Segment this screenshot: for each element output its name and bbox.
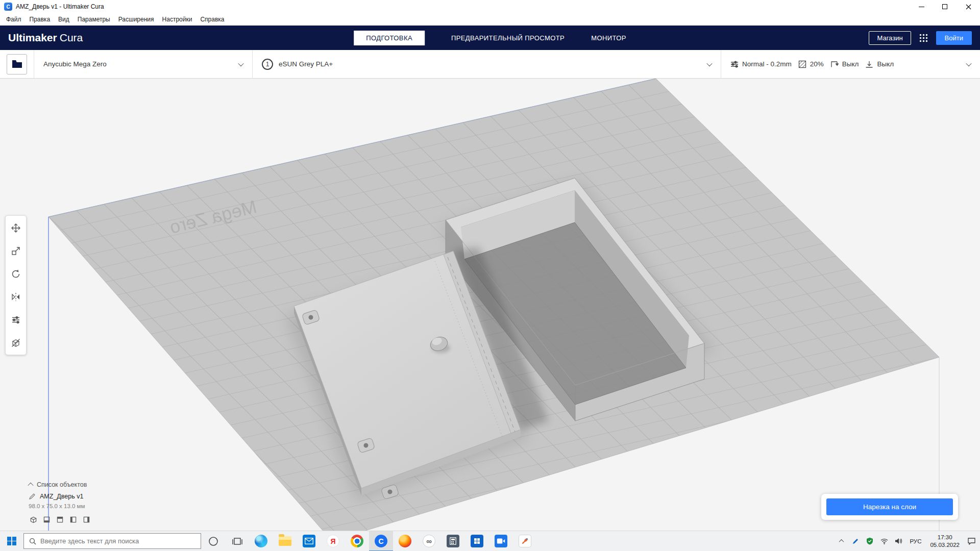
object-list-label: Список объектов (37, 481, 87, 488)
menu-parameters[interactable]: Параметры (74, 16, 114, 23)
infinity-icon: ∞ (423, 535, 435, 547)
taskbar-icon-mail[interactable] (297, 531, 321, 551)
view-front-button[interactable] (42, 515, 52, 524)
wifi-icon (880, 538, 888, 544)
notification-icon (968, 538, 975, 545)
printer-name: Anycubic Mega Zero (43, 60, 107, 68)
clock-date: 05.03.2022 (930, 541, 960, 549)
paint-icon (519, 535, 531, 547)
taskbar-icon-firefox[interactable] (393, 531, 417, 551)
build-plate-scene: Mega Zero (0, 79, 980, 531)
rotate-icon (11, 269, 21, 279)
view-top-icon (56, 515, 64, 524)
close-button[interactable] (957, 0, 980, 13)
mirror-tool-button[interactable] (6, 285, 26, 308)
taskbar-icon-cura[interactable]: C (369, 531, 393, 551)
chrome-icon (351, 535, 363, 547)
search-icon (29, 538, 36, 545)
infill-item: 20% (798, 60, 824, 68)
mirror-icon (11, 292, 21, 302)
taskbar-icon-camera[interactable] (489, 531, 513, 551)
menu-help[interactable]: Справка (196, 16, 228, 23)
view-top-button[interactable] (55, 515, 65, 524)
taskbar-icon-store[interactable] (465, 531, 489, 551)
menu-edit[interactable]: Правка (26, 16, 55, 23)
tab-monitor[interactable]: МОНИТОР (591, 34, 626, 42)
tab-preview[interactable]: ПРЕДВАРИТЕЛЬНЫЙ ПРОСМОТР (451, 34, 565, 42)
print-settings-selector[interactable]: Normal - 0.2mm 20% Выкл Выкл (721, 50, 980, 78)
taskbar-icon-calculator[interactable] (441, 531, 465, 551)
slice-button[interactable]: Нарезка на слои (826, 498, 953, 515)
maximize-button[interactable] (933, 0, 957, 13)
profile-label: Normal - 0.2mm (742, 60, 792, 68)
apps-grid-icon[interactable] (919, 34, 928, 42)
scale-icon (11, 246, 21, 256)
object-list-header[interactable]: Список объектов (29, 481, 91, 488)
menu-view[interactable]: Вид (54, 16, 74, 23)
material-name: eSUN Grey PLA+ (279, 60, 333, 68)
shield-icon (866, 537, 873, 545)
view-3d-button[interactable] (29, 515, 38, 524)
cortana-icon (208, 536, 219, 547)
minimize-button[interactable] (910, 0, 933, 13)
tray-security[interactable] (863, 531, 876, 551)
search-input[interactable] (40, 537, 195, 545)
view-front-icon (42, 515, 51, 524)
menubar: Файл Правка Вид Параметры Расширения Нас… (0, 13, 980, 26)
start-button[interactable] (0, 531, 23, 551)
tray-pen[interactable] (849, 531, 862, 551)
taskbar-icon-explorer[interactable] (273, 531, 297, 551)
chevron-down-icon (238, 60, 243, 66)
tray-network[interactable] (877, 531, 891, 551)
support-blocker-button[interactable] (6, 331, 26, 354)
profile-item: Normal - 0.2mm (730, 60, 792, 68)
tool-palette (5, 215, 27, 355)
pencil-icon (29, 493, 36, 500)
windows-logo-icon (7, 537, 16, 546)
language-indicator[interactable]: РУС (906, 538, 925, 544)
maximize-icon (942, 4, 947, 9)
infill-value: 20% (810, 60, 824, 68)
rotate-tool-button[interactable] (6, 262, 26, 285)
header-right: Магазин Войти (869, 31, 972, 45)
menu-file[interactable]: Файл (2, 16, 26, 23)
tray-volume[interactable] (892, 531, 905, 551)
store-icon (471, 535, 483, 547)
open-file-button[interactable] (7, 54, 27, 74)
taskbar-icon-opera[interactable]: ∞ (417, 531, 441, 551)
view-right-button[interactable] (82, 515, 91, 524)
taskbar-icon-edge[interactable] (249, 531, 273, 551)
view-left-button[interactable] (68, 515, 78, 524)
chevron-down-icon (706, 60, 712, 66)
system-tray: РУС 17:30 05.03.2022 (835, 531, 980, 551)
window-controls (910, 0, 980, 13)
move-tool-button[interactable] (6, 216, 26, 239)
material-selector[interactable]: 1 eSUN Grey PLA+ (252, 50, 721, 78)
notification-center-button[interactable] (965, 531, 978, 551)
taskbar-icon-yandex[interactable]: Я (321, 531, 345, 551)
object-list-item[interactable]: AMZ_Дверь v1 (29, 493, 91, 500)
menu-extensions[interactable]: Расширения (114, 16, 158, 23)
task-view-button[interactable] (225, 531, 249, 551)
task-view-icon (232, 536, 243, 547)
viewport-3d[interactable]: Mega Zero (0, 79, 980, 531)
tray-expand-button[interactable] (835, 531, 848, 551)
taskbar-search[interactable] (23, 533, 201, 549)
printer-selector[interactable]: Anycubic Mega Zero (34, 50, 252, 78)
clock[interactable]: 17:30 05.03.2022 (926, 534, 964, 549)
taskbar-icon-chrome[interactable] (345, 531, 369, 551)
sign-in-button[interactable]: Войти (936, 31, 972, 45)
per-model-settings-button[interactable] (6, 308, 26, 331)
volume-icon (895, 538, 902, 544)
tab-prepare[interactable]: ПОДГОТОВКА (354, 31, 425, 45)
taskbar-icon-paint[interactable] (513, 531, 537, 551)
mail-icon (303, 535, 315, 547)
menu-preferences[interactable]: Настройки (158, 16, 197, 23)
camera-view-presets (29, 515, 91, 524)
object-list-panel: Список объектов AMZ_Дверь v1 98.0 x 75.0… (29, 481, 91, 524)
scale-tool-button[interactable] (6, 239, 26, 262)
folder-icon (12, 60, 22, 68)
cortana-button[interactable] (201, 531, 225, 551)
marketplace-button[interactable]: Магазин (869, 31, 911, 45)
camera-icon (495, 535, 507, 547)
